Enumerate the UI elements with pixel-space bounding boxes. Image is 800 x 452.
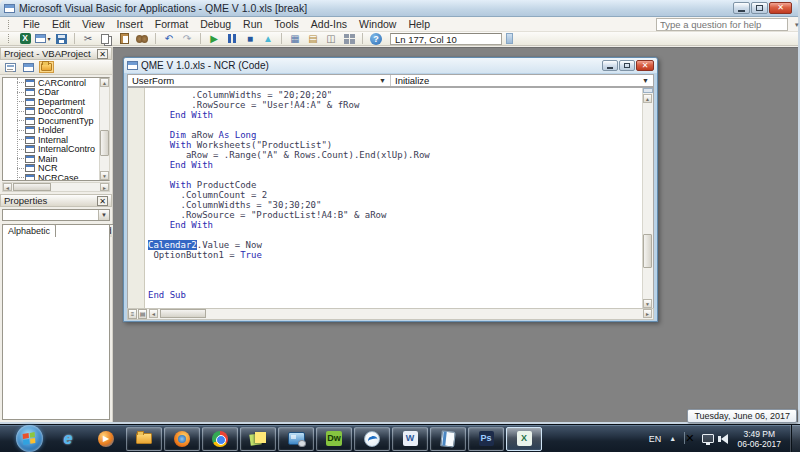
code-line[interactable]: aRow = .Range("A" & Rows.Count).End(xlUp…	[148, 150, 642, 160]
help-search-box[interactable]: ▾	[656, 18, 788, 31]
menu-window[interactable]: Window	[353, 18, 402, 30]
menu-insert[interactable]: Insert	[111, 18, 149, 30]
tree-item-ncrcase[interactable]: NCRCase	[3, 173, 109, 181]
code-line[interactable]: End With	[148, 110, 642, 120]
eagleget-icon[interactable]	[354, 427, 390, 451]
object-browser-icon[interactable]: ◫	[323, 32, 339, 45]
project-close-icon[interactable]: ✕	[97, 49, 108, 59]
tree-item-cdar[interactable]: CDar	[3, 88, 109, 98]
menu-run[interactable]: Run	[237, 18, 268, 30]
code-line[interactable]	[148, 280, 642, 290]
code-line[interactable]: .RowSource = "User!A4:A" & fRow	[148, 100, 642, 110]
properties-object-dropdown[interactable]: ▼	[2, 209, 110, 221]
internet-explorer-icon[interactable]: e	[50, 427, 86, 451]
properties-close-icon[interactable]: ✕	[97, 196, 108, 206]
tree-item-holder[interactable]: Holder	[3, 126, 109, 136]
code-line[interactable]: With Worksheets("ProductList")	[148, 140, 642, 150]
code-hscrollbar[interactable]: ≡ ▤ ◄ ►	[127, 308, 654, 320]
code-vscrollbar[interactable]: ▲ ▼	[642, 88, 653, 308]
photoshop-icon[interactable]: Ps	[468, 427, 504, 451]
firefox-icon[interactable]	[164, 427, 200, 451]
notebook-app-icon[interactable]	[430, 427, 466, 451]
scroll-left-icon[interactable]: ◄	[3, 183, 12, 191]
help-icon[interactable]: ?	[368, 32, 384, 45]
properties-list-area[interactable]	[2, 224, 110, 420]
scroll-right-icon[interactable]: ►	[100, 183, 109, 191]
code-line[interactable]: .RowSource = "ProductList!A4:B" & aRow	[148, 210, 642, 220]
project-tree-vscrollbar[interactable]: ▲ ▼	[99, 78, 109, 180]
code-line[interactable]: End With	[148, 160, 642, 170]
code-line[interactable]: .ColumnWidths = "20;20;20"	[148, 90, 642, 100]
scroll-left-icon[interactable]: ◄	[149, 309, 158, 318]
word-icon[interactable]: W	[392, 427, 428, 451]
menu-addins[interactable]: Add-Ins	[305, 18, 353, 30]
toolbar-overflow-handle[interactable]	[506, 33, 513, 44]
full-module-view-button[interactable]: ▤	[138, 309, 147, 319]
tree-item-internalcontro[interactable]: InternalContro	[3, 145, 109, 155]
action-center-flag-icon[interactable]: ✕	[684, 432, 694, 445]
scroll-right-icon[interactable]: ►	[643, 309, 652, 318]
code-line[interactable]	[148, 120, 642, 130]
excel-icon[interactable]: X	[506, 427, 542, 451]
show-desktop-button[interactable]	[791, 425, 800, 452]
cut-icon[interactable]: ✂	[80, 32, 96, 45]
redo-icon[interactable]: ↷	[179, 32, 195, 45]
code-window-titlebar[interactable]: QME V 1.0.xls - NCR (Code) ✕	[124, 58, 657, 73]
menu-format[interactable]: Format	[149, 18, 194, 30]
project-tree-hscrollbar[interactable]: ◄ ►	[2, 182, 110, 192]
view-code-button[interactable]	[3, 61, 18, 73]
windows-explorer-icon[interactable]	[126, 427, 162, 451]
menu-file[interactable]: File	[17, 18, 46, 30]
insert-userform-icon[interactable]: ▾	[35, 32, 51, 45]
hidden-icons-arrow[interactable]: ▲	[669, 435, 676, 442]
language-indicator[interactable]: EN	[649, 434, 662, 444]
scroll-thumb[interactable]	[13, 183, 51, 191]
find-icon[interactable]	[134, 32, 150, 45]
code-minimize-button[interactable]	[602, 60, 618, 71]
menu-view[interactable]: View	[76, 18, 111, 30]
code-window[interactable]: QME V 1.0.xls - NCR (Code) ✕ UserForm ▼ …	[123, 57, 658, 322]
dropdown-arrow-icon[interactable]: ▼	[642, 77, 649, 84]
properties-panel-header[interactable]: Properties ✕	[0, 194, 112, 207]
break-icon[interactable]	[224, 32, 240, 45]
code-margin-indicator-bar[interactable]	[128, 88, 145, 308]
code-line[interactable]: Dim aRow As Long	[148, 130, 642, 140]
display-projector-icon[interactable]	[278, 427, 314, 451]
media-player-icon[interactable]: ▶	[88, 427, 124, 451]
code-text-area[interactable]: .ColumnWidths = "20;20;20" .RowSource = …	[146, 88, 642, 308]
tree-item-department[interactable]: Department	[3, 97, 109, 107]
dreamweaver-icon[interactable]: Dw	[316, 427, 352, 451]
tree-item-carcontrol[interactable]: CARControl	[3, 78, 109, 88]
project-explorer-icon[interactable]: ▦	[287, 32, 303, 45]
code-line[interactable]	[148, 260, 642, 270]
help-search-input[interactable]	[657, 19, 795, 30]
code-line[interactable]	[148, 230, 642, 240]
scroll-thumb[interactable]	[100, 130, 109, 156]
toggle-folders-button[interactable]	[39, 61, 54, 73]
properties-window-icon[interactable]: ▤	[305, 32, 321, 45]
help-dropdown-icon[interactable]: ▾	[795, 21, 800, 29]
start-button[interactable]	[16, 425, 43, 452]
chrome-icon[interactable]	[202, 427, 238, 451]
copy-icon[interactable]	[98, 32, 114, 45]
code-line[interactable]: Calendar2.Value = Now	[148, 240, 642, 250]
view-object-button[interactable]	[21, 61, 36, 73]
network-icon[interactable]	[702, 434, 714, 443]
scroll-thumb[interactable]	[643, 234, 652, 268]
code-restore-button[interactable]	[619, 60, 635, 71]
tree-item-doccontrol[interactable]: DocControl	[3, 107, 109, 117]
undo-icon[interactable]: ↶	[161, 32, 177, 45]
menu-edit[interactable]: Edit	[46, 18, 76, 30]
code-line[interactable]	[148, 170, 642, 180]
procedure-dropdown[interactable]: Initialize ▼	[390, 75, 653, 86]
maximize-button[interactable]	[751, 2, 768, 14]
dropdown-arrow-icon[interactable]: ▼	[98, 210, 109, 220]
project-tree[interactable]: CARControlCDarDepartmentDocControlDocume…	[2, 77, 110, 181]
scroll-up-icon[interactable]: ▲	[643, 94, 652, 103]
tree-item-ncr[interactable]: NCR	[3, 164, 109, 174]
code-line[interactable]: OptionButton1 = True	[148, 250, 642, 260]
tab-alphabetic[interactable]: Alphabetic	[2, 224, 56, 237]
title-bar[interactable]: Microsoft Visual Basic for Applications …	[0, 0, 798, 17]
menu-grip[interactable]	[8, 20, 11, 29]
tree-item-main[interactable]: Main	[3, 154, 109, 164]
